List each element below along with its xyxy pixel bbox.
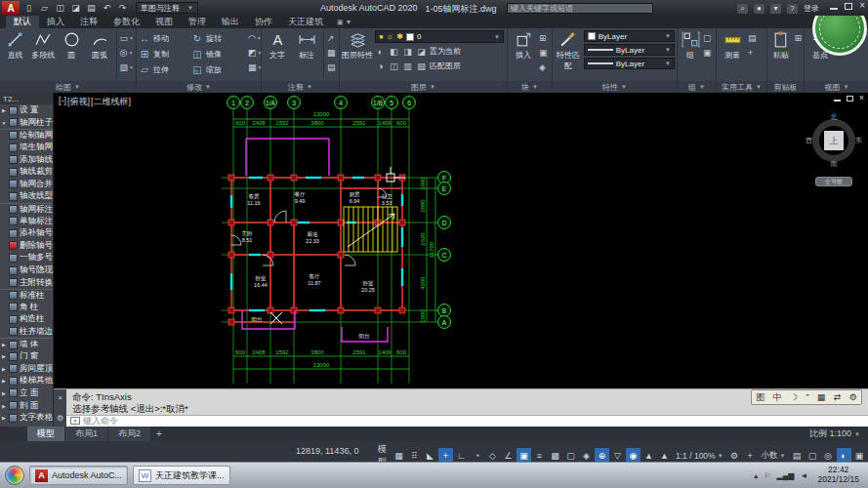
- palette-item[interactable]: ▶ 房间屋顶: [0, 362, 53, 375]
- viewport-control[interactable]: [-]: [59, 96, 66, 108]
- plot-icon[interactable]: ▤: [85, 2, 98, 14]
- ribbon-tab[interactable]: 默认: [6, 16, 39, 28]
- signin-user-icon[interactable]: ●: [754, 4, 765, 14]
- viewcube[interactable]: 北 南 西 东 上: [806, 112, 862, 169]
- palette-item[interactable]: 轴网标注: [0, 203, 53, 216]
- undo-icon[interactable]: ↶: [101, 2, 113, 14]
- new-layout-button[interactable]: +: [156, 428, 162, 439]
- palette-item[interactable]: 轴线裁剪: [0, 166, 53, 179]
- palette-item[interactable]: 添补轴号: [0, 227, 53, 240]
- palette-item[interactable]: 一轴多号: [0, 252, 53, 264]
- palette-item[interactable]: 墙生轴网: [0, 142, 53, 154]
- navigation-bar[interactable]: 全导航: [815, 177, 852, 186]
- polyline-tool-button[interactable]: 多段线: [30, 30, 57, 61]
- palette-item[interactable]: 角 柱: [0, 302, 53, 314]
- palette-item[interactable]: ▶ 楼梯其他: [0, 375, 53, 387]
- annotate-extra[interactable]: ▦: [327, 46, 336, 59]
- viewcube-south[interactable]: 南: [831, 159, 838, 169]
- ime-fullwidth-icon[interactable]: ☽: [790, 392, 798, 402]
- draw-extra[interactable]: ◎▼: [120, 46, 134, 59]
- ime-punctuation-icon[interactable]: ”: [806, 392, 808, 402]
- insert-block-button[interactable]: 插入: [510, 30, 537, 61]
- draw-extra[interactable]: ▨▼: [120, 61, 134, 73]
- view-panel-label[interactable]: 视图▼: [805, 81, 868, 93]
- ribbon-tab[interactable]: 注释: [72, 16, 105, 28]
- modify-extra[interactable]: ◩▼: [248, 46, 262, 59]
- palette-item[interactable]: ▼ 轴网柱子: [0, 117, 53, 130]
- viewport-control[interactable]: [俯视]: [67, 96, 90, 108]
- scale-indicator[interactable]: 比例 1:100 ▼: [809, 427, 860, 440]
- dimension-tool-button[interactable]: 标注: [293, 30, 320, 61]
- restore-button[interactable]: [845, 3, 852, 10]
- palette-item[interactable]: 删除轴号: [0, 240, 53, 253]
- layer-on-icon[interactable]: ◑: [375, 61, 386, 71]
- block-panel-label[interactable]: 块▼: [508, 81, 552, 93]
- lineweight-dropdown[interactable]: ByLayer ▼: [584, 44, 675, 56]
- annotate-extra[interactable]: ↗: [327, 31, 336, 44]
- search-icon[interactable]: ⌕: [737, 4, 748, 14]
- utilities-panel-label[interactable]: 实用工具▼: [717, 81, 766, 93]
- palette-item[interactable]: 标准柱: [0, 289, 53, 302]
- block-extra[interactable]: ▣: [539, 46, 548, 59]
- annotate-panel-label[interactable]: 注释▼: [262, 81, 339, 93]
- utils-extra[interactable]: ▤: [748, 31, 757, 44]
- layer-properties-button[interactable]: 图层特性: [342, 30, 373, 61]
- layout-tab[interactable]: 布局1: [65, 427, 107, 441]
- scale-tool[interactable]: ◱ 缩放: [191, 61, 242, 77]
- ribbon-tab[interactable]: 输出: [214, 16, 247, 28]
- layer-lock-icon[interactable]: ◪: [416, 47, 427, 57]
- clipboard-panel-label[interactable]: 剪贴板: [767, 81, 804, 93]
- match-layer-button[interactable]: 匹配图层: [430, 61, 461, 71]
- palette-item[interactable]: 轴改线型: [0, 190, 53, 203]
- block-extra[interactable]: ⊞: [539, 31, 548, 44]
- save-icon[interactable]: ◫: [54, 2, 66, 14]
- taskbar-app-button[interactable]: A Autodesk AutoC...: [29, 466, 128, 485]
- viewport-control[interactable]: [二维线框]: [91, 96, 131, 108]
- close-button[interactable]: ×: [859, 2, 865, 10]
- layer-isolate-icon[interactable]: ◧: [389, 47, 399, 57]
- arc-tool-button[interactable]: 圆弧: [87, 30, 113, 61]
- palette-item[interactable]: ▶ 设 置: [0, 104, 53, 117]
- palette-item[interactable]: ▶ 门 窗: [0, 350, 53, 363]
- stretch-tool[interactable]: ▱ 拉伸: [139, 61, 189, 77]
- palette-item[interactable]: ▶ 文字表格: [0, 412, 53, 425]
- draw-extra[interactable]: ▭▼: [120, 31, 134, 44]
- floor-plan-drawing[interactable]: 13000 600 2408 1592 3800 2591 1409 600 6…: [54, 93, 868, 388]
- clipboard-extra[interactable]: ⊞: [794, 31, 802, 44]
- ribbon-tab[interactable]: 插入: [39, 16, 72, 28]
- modify-extra[interactable]: ▦▼: [248, 61, 262, 73]
- taskbar-clock[interactable]: 22:42 2021/12/15: [813, 466, 863, 485]
- new-file-icon[interactable]: ▯: [22, 2, 35, 14]
- palette-item[interactable]: ▶ 墙 体: [0, 338, 53, 350]
- object-color-dropdown[interactable]: ByLayer ▼: [584, 30, 675, 42]
- layout-tab[interactable]: 模型: [27, 427, 64, 441]
- draw-panel-label[interactable]: 绘图▼: [0, 81, 136, 93]
- text-tool-button[interactable]: A 文字: [264, 30, 291, 61]
- units-button[interactable]: 小数 ▼: [759, 450, 789, 462]
- layout-tab[interactable]: 布局2: [108, 427, 150, 441]
- match-properties-button[interactable]: 特性匹配: [555, 30, 582, 71]
- action-center-icon[interactable]: ⚐: [764, 471, 770, 480]
- palette-item[interactable]: 轴号隐现: [0, 264, 53, 277]
- command-close-icon[interactable]: ×: [58, 393, 62, 402]
- ribbon-collapse-icon[interactable]: ▣ ▼: [331, 16, 358, 28]
- ime-toolbar-icon[interactable]: ⇄: [834, 392, 842, 402]
- group-panel-label[interactable]: 组▼: [678, 81, 716, 93]
- network-icon[interactable]: ▂▄▆: [777, 471, 795, 480]
- palette-item[interactable]: 绘制轴网: [0, 129, 53, 142]
- ime-lang-icon[interactable]: 图: [756, 391, 765, 404]
- annotate-extra[interactable]: ▤: [327, 61, 336, 73]
- layer-panel-label[interactable]: 图层▼: [340, 81, 507, 93]
- ribbon-tab[interactable]: 管理: [181, 16, 214, 28]
- volume-icon[interactable]: ◄: [801, 471, 808, 480]
- ribbon-tab[interactable]: 协作: [247, 16, 280, 28]
- ribbon-tab[interactable]: 参数化: [105, 16, 147, 28]
- autocad-logo-icon[interactable]: A: [2, 1, 20, 15]
- group-extra[interactable]: ▢: [703, 31, 712, 44]
- doc-restore-button[interactable]: [847, 96, 853, 102]
- help-icon[interactable]: ?: [787, 4, 798, 14]
- annotation-scale-button[interactable]: 1:1 / 100% ▼: [673, 451, 726, 461]
- line-tool-button[interactable]: 直线: [2, 30, 28, 61]
- command-options-icon[interactable]: ▼: [70, 417, 80, 425]
- copy-tool[interactable]: ⊞ 复制: [139, 46, 189, 61]
